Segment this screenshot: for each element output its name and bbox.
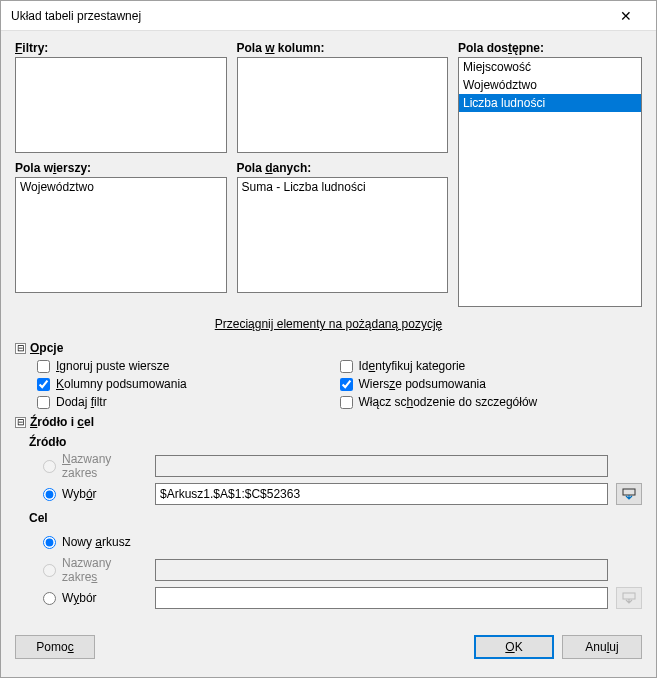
target-named-range-input bbox=[155, 559, 608, 581]
help-button[interactable]: Pomoc bbox=[15, 635, 95, 659]
collapse-icon[interactable]: ⊟ bbox=[15, 417, 26, 428]
row-fields-listbox[interactable]: Województwo bbox=[15, 177, 227, 293]
drag-hint: Przeciągnij elementy na pożądaną pozycję bbox=[15, 317, 642, 331]
title-bar: Układ tabeli przestawnej ✕ bbox=[1, 1, 656, 31]
source-selection-radio[interactable]: Wybór bbox=[43, 487, 147, 501]
target-selection-input[interactable] bbox=[155, 587, 608, 609]
target-selection-radio[interactable]: Wybór bbox=[43, 591, 147, 605]
ignore-empty-rows-checkbox[interactable]: Ignoruj puste wiersze bbox=[37, 359, 340, 373]
total-columns-checkbox[interactable]: Kolumny podsumowania bbox=[37, 377, 340, 391]
data-fields-listbox[interactable]: Suma - Liczba ludności bbox=[237, 177, 449, 293]
close-icon[interactable]: ✕ bbox=[606, 8, 646, 24]
source-named-range-radio: Nazwany zakres bbox=[43, 452, 147, 480]
data-fields-label: Pola danych: bbox=[237, 161, 449, 175]
list-item[interactable]: Liczba ludności bbox=[459, 94, 641, 112]
target-subtitle: Cel bbox=[15, 511, 642, 525]
list-item[interactable]: Województwo bbox=[16, 178, 226, 196]
filters-listbox[interactable] bbox=[15, 57, 227, 153]
svg-rect-1 bbox=[623, 593, 635, 599]
window-title: Układ tabeli przestawnej bbox=[11, 9, 606, 23]
list-item[interactable]: Suma - Liczba ludności bbox=[238, 178, 448, 196]
shrink-icon[interactable] bbox=[616, 483, 642, 505]
column-fields-label: Pola w kolumn: bbox=[237, 41, 449, 55]
cancel-button[interactable]: Anuluj bbox=[562, 635, 642, 659]
available-fields-listbox[interactable]: Miejscowość Województwo Liczba ludności bbox=[458, 57, 642, 307]
enable-drilldown-checkbox[interactable]: Włącz schodzenie do szczegółów bbox=[340, 395, 643, 409]
shrink-icon bbox=[616, 587, 642, 609]
available-fields-label: Pola dostępne: bbox=[458, 41, 642, 55]
svg-rect-0 bbox=[623, 489, 635, 495]
target-named-range-radio: Nazwany zakres bbox=[43, 556, 147, 584]
list-item[interactable]: Województwo bbox=[459, 76, 641, 94]
row-fields-label: Pola wierszy: bbox=[15, 161, 227, 175]
source-subtitle: Źródło bbox=[15, 435, 642, 449]
ok-button[interactable]: OK bbox=[474, 635, 554, 659]
collapse-icon[interactable]: ⊟ bbox=[15, 343, 26, 354]
column-fields-listbox[interactable] bbox=[237, 57, 449, 153]
source-target-section-title: Źródło i cel bbox=[30, 415, 94, 429]
options-section-title: Opcje bbox=[30, 341, 63, 355]
source-selection-input[interactable] bbox=[155, 483, 608, 505]
add-filter-checkbox[interactable]: Dodaj filtr bbox=[37, 395, 340, 409]
source-named-range-input bbox=[155, 455, 608, 477]
total-rows-checkbox[interactable]: Wiersze podsumowania bbox=[340, 377, 643, 391]
target-new-sheet-radio[interactable]: Nowy arkusz bbox=[43, 535, 147, 549]
list-item[interactable]: Miejscowość bbox=[459, 58, 641, 76]
filters-label: Filtry: bbox=[15, 41, 227, 55]
identify-categories-checkbox[interactable]: Identyfikuj kategorie bbox=[340, 359, 643, 373]
